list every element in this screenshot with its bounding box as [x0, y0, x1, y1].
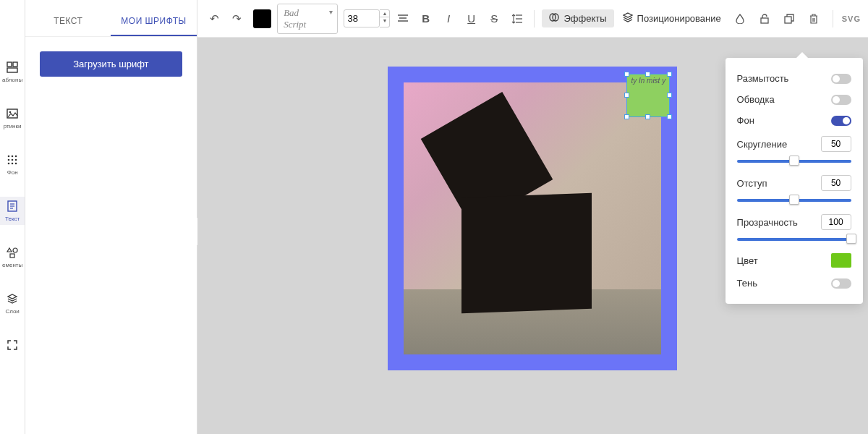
- rail-label: Текст: [5, 216, 20, 222]
- layers-icon: [6, 292, 19, 305]
- image-icon: [6, 107, 19, 120]
- templates-icon: [6, 61, 19, 74]
- svg-point-7: [15, 156, 17, 158]
- resize-handle[interactable]: [645, 114, 650, 119]
- resize-handle[interactable]: [624, 72, 629, 77]
- svg-rect-20: [10, 254, 14, 258]
- spinner-down-icon[interactable]: ▼: [380, 17, 389, 24]
- background-toggle[interactable]: [831, 116, 851, 126]
- rounding-slider[interactable]: [737, 160, 851, 163]
- effects-button[interactable]: Эффекты: [542, 9, 613, 27]
- text-file-icon: [6, 200, 19, 213]
- bold-button[interactable]: B: [416, 9, 436, 29]
- undo-button[interactable]: ↶: [205, 9, 225, 29]
- duplicate-button[interactable]: [779, 9, 799, 29]
- opacity-slider[interactable]: [737, 238, 851, 241]
- rail-fullscreen[interactable]: [0, 336, 25, 354]
- opacity-label: Прозрачность: [737, 217, 798, 228]
- blur-label: Размытость: [737, 73, 789, 84]
- svg-rect-0: [7, 62, 12, 67]
- rail-templates[interactable]: аблоны: [0, 58, 25, 86]
- stroke-toggle[interactable]: [831, 95, 851, 105]
- dots-grid-icon: [6, 153, 19, 166]
- strikethrough-button[interactable]: S: [484, 9, 504, 29]
- padding-label: Отступ: [737, 178, 767, 189]
- slider-thumb[interactable]: [789, 156, 799, 166]
- rail-layers[interactable]: Слои: [0, 289, 25, 318]
- svg-point-6: [12, 156, 14, 158]
- rail-label: ртинки: [4, 123, 22, 129]
- color-label: Цвет: [737, 255, 758, 266]
- unlock-button[interactable]: [754, 9, 775, 29]
- svg-point-5: [8, 156, 10, 158]
- italic-button[interactable]: I: [438, 9, 459, 29]
- svg-marker-18: [7, 248, 12, 252]
- svg-point-10: [15, 159, 17, 161]
- stroke-label: Обводка: [737, 94, 775, 105]
- opacity-input[interactable]: [821, 214, 851, 230]
- slider-thumb[interactable]: [789, 195, 799, 205]
- line-height-button[interactable]: [507, 9, 527, 29]
- svg-point-8: [8, 159, 10, 161]
- svg-point-19: [13, 248, 17, 252]
- underline-button[interactable]: U: [461, 9, 482, 29]
- tab-my-fonts[interactable]: МОИ ШРИФТЫ: [111, 7, 196, 36]
- rail-background[interactable]: Фон: [0, 150, 25, 179]
- rail-text[interactable]: Текст: [0, 197, 25, 225]
- position-label: Позиционирование: [637, 13, 721, 24]
- effects-icon: [549, 13, 559, 24]
- font-tabs: ТЕКСТ МОИ ШРИФТЫ: [25, 7, 196, 37]
- align-button[interactable]: [393, 9, 413, 29]
- position-button[interactable]: Позиционирование: [617, 9, 727, 28]
- rail-elements[interactable]: ементы: [0, 243, 25, 271]
- resize-handle[interactable]: [667, 114, 672, 119]
- svg-badge[interactable]: SVG: [842, 14, 861, 23]
- rounding-label: Скругление: [737, 139, 788, 150]
- svg-point-9: [12, 159, 14, 161]
- background-label: Фон: [737, 115, 754, 126]
- rail-images[interactable]: ртинки: [0, 104, 25, 132]
- svg-rect-31: [761, 18, 768, 23]
- shadow-toggle[interactable]: [831, 278, 851, 289]
- font-family-select[interactable]: Bad Script: [277, 4, 338, 34]
- background-color-picker[interactable]: [831, 253, 851, 268]
- resize-handle[interactable]: [667, 93, 672, 98]
- resize-handle[interactable]: [667, 72, 672, 77]
- upload-font-button[interactable]: Загрузить шрифт: [40, 51, 182, 77]
- expand-icon: [6, 339, 19, 352]
- font-size-input[interactable]: [344, 9, 380, 27]
- padding-input[interactable]: [821, 175, 851, 191]
- effects-label: Эффекты: [563, 13, 606, 24]
- opacity-drop-icon[interactable]: [730, 9, 750, 29]
- rail-label: ементы: [2, 262, 22, 268]
- rail-label: Фон: [7, 169, 18, 176]
- stack-icon: [623, 12, 633, 25]
- svg-rect-1: [13, 62, 17, 67]
- svg-rect-2: [7, 68, 17, 72]
- rail-label: аблоны: [2, 77, 22, 83]
- photo-background: [404, 82, 661, 354]
- resize-handle[interactable]: [624, 114, 629, 119]
- rounding-input[interactable]: [821, 136, 851, 152]
- selected-text-element[interactable]: ty In mist y: [626, 74, 670, 117]
- tab-text[interactable]: ТЕКСТ: [25, 7, 111, 36]
- toolbar-divider: [833, 10, 833, 27]
- resize-handle[interactable]: [624, 93, 629, 98]
- design-frame[interactable]: ty In mist y: [388, 67, 677, 370]
- spinner-up-icon[interactable]: ▲: [380, 10, 389, 17]
- slider-thumb[interactable]: [846, 234, 856, 244]
- delete-button[interactable]: [804, 9, 824, 29]
- toolbar-divider: [534, 10, 535, 27]
- svg-marker-30: [624, 13, 632, 17]
- text-color-swatch[interactable]: [253, 9, 272, 28]
- top-toolbar: ↶ ↷ Bad Script ▲▼ B I U S Эффекты Позици…: [197, 0, 868, 38]
- font-size-spinner[interactable]: ▲▼: [380, 9, 390, 27]
- padding-slider[interactable]: [737, 199, 851, 202]
- rail-label: Слои: [5, 308, 19, 315]
- redo-button[interactable]: ↷: [227, 9, 247, 29]
- resize-handle[interactable]: [645, 72, 650, 77]
- blur-toggle[interactable]: [831, 74, 851, 84]
- svg-point-11: [8, 163, 10, 165]
- svg-point-12: [12, 163, 14, 165]
- text-content: ty In mist y: [631, 77, 665, 85]
